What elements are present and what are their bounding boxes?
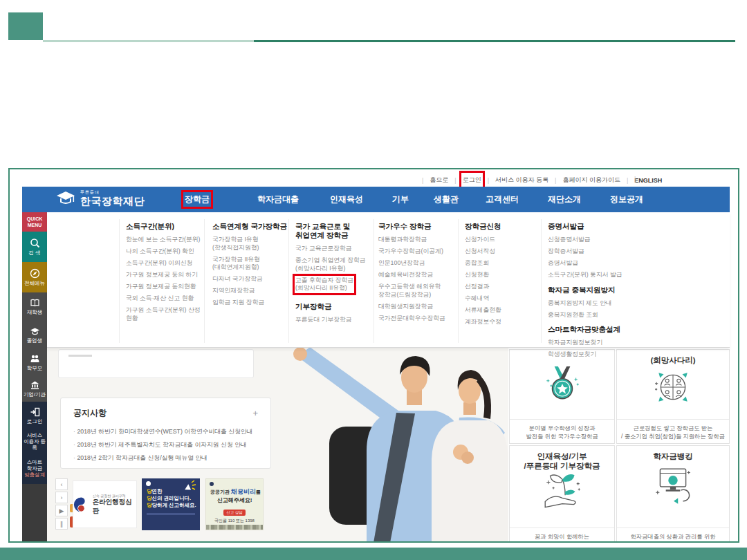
mega-menu-entry[interactable]: 학자금 중복지원방지 <box>548 286 641 295</box>
banner-report-rights[interactable]: 당연한 당신의 권리입니다. 당당하게 신고하세요. <box>142 478 200 530</box>
mega-menu-entry[interactable]: 장학증서발급 <box>548 248 641 256</box>
sidebar-item-parents[interactable]: 학부모 <box>22 349 47 375</box>
card-talent-donation-scholarship[interactable]: 인재육성/기부 /푸른등대 기부장학금 꿈과 희망이 함께하는 <box>509 445 615 543</box>
card-hope-ladder-scholarship[interactable]: (희망사다리) <box>616 349 730 444</box>
people-icon <box>30 354 40 364</box>
card-title: 학자금뱅킹 <box>617 451 729 461</box>
mega-menu-entry[interactable]: 스마트학자금맞춤설계 <box>548 325 641 334</box>
mega-menu-entry[interactable]: 소득연계형 국가장학금 <box>212 222 290 231</box>
mega-menu-entry[interactable]: 가구원 정보제공 동의현황 <box>126 283 202 291</box>
mega-menu-entry[interactable]: 중소기업 취업연계 장학금 (희망사다리 I유형) <box>295 256 375 272</box>
mega-menu-entry[interactable]: 기부장학금 <box>295 302 375 311</box>
mega-menu-entry[interactable]: 입학금 지원 장학금 <box>212 299 290 307</box>
mega-menu-entry[interactable]: 고졸 후학습자 장학금 (희망사다리 II유형) <box>295 277 353 292</box>
banner-hiring-corruption[interactable]: 공공기관 채용비리를 신고해주세요! 신고 상담 국민콜 110 또는 1398 <box>205 478 264 530</box>
mega-menu-entry[interactable]: 소득구간(분위) 이의신청 <box>126 259 202 268</box>
utility-link[interactable]: 홈으로 <box>430 174 448 186</box>
nav-item-disclosure[interactable]: 정보공개 <box>610 194 643 205</box>
notice-more-button[interactable]: + <box>252 408 258 418</box>
mega-menu-entry[interactable]: 소득구간(분위) 통지서 발급 <box>548 271 641 279</box>
mega-menu-entry[interactable]: 중복지원방지 제도 안내 <box>548 299 641 308</box>
card-student-loan-banking[interactable]: 학자금뱅킹 학자금대출의 상환과 관리를 위한 <box>616 445 730 543</box>
notice-title: 공지사항 <box>73 407 107 419</box>
mega-menu-entry[interactable]: 가구원 정보제공 동의 하기 <box>126 271 202 279</box>
mega-menu-entry[interactable]: 신청현황 <box>465 271 534 279</box>
utility-link[interactable]: ENGLISH <box>634 176 662 185</box>
mega-menu-entry[interactable]: 국가우수장학금(이공계) <box>378 248 460 256</box>
banking-monitor-icon <box>652 465 694 505</box>
mega-menu-entry[interactable]: 다자녀 국가장학금 <box>212 275 290 283</box>
mega-menu-entry[interactable]: 국가우수 장학금 <box>378 222 460 231</box>
sidebar-item-enrolled-student[interactable]: 재학생 <box>22 292 47 321</box>
notice-item[interactable]: 2018년 하반기 한미대학생연수(WEST) 어학연수비대출 신청안내 <box>73 425 258 438</box>
sidebar-item-company[interactable]: 기업/기관 <box>22 375 47 402</box>
mega-menu-entry[interactable]: 예술체육비전장학금 <box>378 271 460 279</box>
ksaf-logo[interactable]: 푸른등대 한국장학재단 <box>55 189 145 206</box>
utility-link[interactable]: 서비스 이용자 등록 <box>495 174 548 186</box>
mega-menu-entry[interactable]: 신청서작성 <box>465 248 534 256</box>
mega-menu-entry[interactable]: 계좌정보수정 <box>465 318 534 326</box>
mega-menu-entry[interactable]: 한눈에 보는 소득구간(분위) <box>126 236 202 244</box>
mega-menu-entry[interactable]: 종합조회 <box>465 259 534 268</box>
notice-item[interactable]: 2018년 하반기 제주특별자치도 학자금대출 이자지원 신청 안내 <box>73 438 258 451</box>
mega-menu-entry[interactable]: 대학원생지원장학금 <box>378 303 460 311</box>
mega-menu-entry[interactable]: 가구원 소득구간(분위) 산정 현황 <box>126 306 202 322</box>
slide-divider-light <box>43 40 254 42</box>
utility-link[interactable]: 홈페이지 이용가이드 <box>562 174 620 186</box>
nav-item-donation[interactable]: 기부 <box>392 194 409 205</box>
city-silhouette <box>206 525 263 530</box>
utility-link[interactable]: 로그인 <box>463 174 481 186</box>
mega-menu-entry[interactable]: 국가전문대학우수장학금 <box>378 315 460 323</box>
mega-menu-entry[interactable]: 나의 소득구간(분위) 확인 <box>126 248 202 256</box>
sidebar-item-login[interactable]: 로그인 <box>22 402 47 429</box>
bank-icon <box>30 380 40 390</box>
notice-item[interactable]: 2018년 2학기 학자금대출 신청/실행 매뉴얼 안내 <box>73 451 258 465</box>
mega-menu-entry[interactable]: 중복지원현황 조회 <box>548 311 641 319</box>
nav-item-student-loan[interactable]: 학자금대출 <box>257 194 299 205</box>
nav-item-dormitory[interactable]: 생활관 <box>434 194 459 205</box>
mega-menu-entry[interactable]: 국가장학금 II유형 (대학연계지원형) <box>212 256 290 272</box>
carousel-play-button[interactable]: ▶ <box>55 505 68 516</box>
nav-item-talent[interactable]: 인재육성 <box>330 194 363 205</box>
mega-menu-entry[interactable]: 푸른등대 기부장학금 <box>295 316 375 324</box>
mega-menu-column-certificates: 증명서발급신청증명서발급장학증서발급증명서발급소득구간(분위) 통지서 발급학자… <box>548 222 641 362</box>
mega-menu-entry[interactable]: 국가장학금 I유형 (학생직접지원형) <box>212 236 290 252</box>
sidebar-item-search[interactable]: 검 색 <box>22 232 47 262</box>
sidebar-item-graduate[interactable]: 졸업생 <box>22 321 47 349</box>
mega-menu-entry[interactable]: 증명서발급 <box>548 222 641 231</box>
mega-menu-entry[interactable]: 증명서발급 <box>548 259 641 268</box>
mega-menu-column-national-excellence: 국가우수 장학금대통령과학장학금국가우수장학금(이공계)인문100년장학금예술체… <box>378 222 460 326</box>
sidebar-item-smart-plan[interactable]: 스마트 학자금 맞춤설계 <box>22 453 47 484</box>
card-national-excellence-scholarship[interactable]: 분야별 우수학생의 성장과 발전을 위한 국가우수장학금 <box>509 349 615 444</box>
partial-widget-text <box>68 355 92 357</box>
carousel-pause-button[interactable]: ∥ <box>55 518 68 530</box>
carousel-next-button[interactable]: › <box>55 492 68 503</box>
carousel-prev-button[interactable]: ‹ <box>55 478 68 490</box>
nav-item-scholarship[interactable]: 장학금 <box>185 194 210 205</box>
mega-menu-entry[interactable]: 우수고등학생 해외유학 장학금(드림장학금) <box>378 283 460 299</box>
mega-menu-column-application: 장학금신청신청가이드신청서작성종합조회신청현황선정결과수혜내역서류제출현황계좌정… <box>465 222 534 330</box>
mega-menu-entry[interactable]: 학자금지원정보찾기 <box>548 339 641 347</box>
mega-menu-entry[interactable]: 선정결과 <box>465 283 534 291</box>
banner-online-appeal[interactable]: 신속·공정한 권리구제 온라인행정심판 <box>73 480 137 528</box>
nav-item-customer-center[interactable]: 고객센터 <box>486 194 519 205</box>
mega-menu-entry[interactable]: 국가 교육근로 및 취업연계 장학금 <box>295 222 375 240</box>
mega-menu-entry[interactable]: 인문100년장학금 <box>378 259 460 268</box>
sidebar-item-service-register[interactable]: 서비스 이용자 등록 <box>22 429 47 453</box>
sidebar-item-all-menu[interactable]: 전체메뉴 <box>22 262 47 292</box>
nav-item-about[interactable]: 재단소개 <box>548 194 581 205</box>
mega-menu-entry[interactable]: 수혜내역 <box>465 295 534 303</box>
mega-menu-entry[interactable]: 국가 교육근로장학금 <box>295 245 375 253</box>
mega-menu-entry[interactable]: 지역인재장학금 <box>212 287 290 295</box>
mega-menu-entry[interactable]: 학생생활정보찾기 <box>548 351 641 359</box>
mega-menu-entry[interactable]: 신청증명서발급 <box>548 236 641 244</box>
quick-menu-sidebar: QUICK MENU 검 색 전체메뉴 재학생 졸업생 학부모 <box>22 212 47 543</box>
mega-menu-entry[interactable]: 국외 소득·재산 신고 현황 <box>126 295 202 303</box>
book-icon <box>30 298 40 308</box>
mega-menu-entry[interactable]: 소득구간(분위) <box>126 222 202 231</box>
mega-menu-entry[interactable]: 대통령과학장학금 <box>378 236 460 244</box>
mega-menu-entry[interactable]: 장학금신청 <box>465 222 534 231</box>
card-title: 인재육성/기부 /푸른등대 기부장학금 <box>510 451 614 471</box>
mega-menu-entry[interactable]: 서류제출현황 <box>465 306 534 315</box>
mega-menu-entry[interactable]: 신청가이드 <box>465 236 534 244</box>
